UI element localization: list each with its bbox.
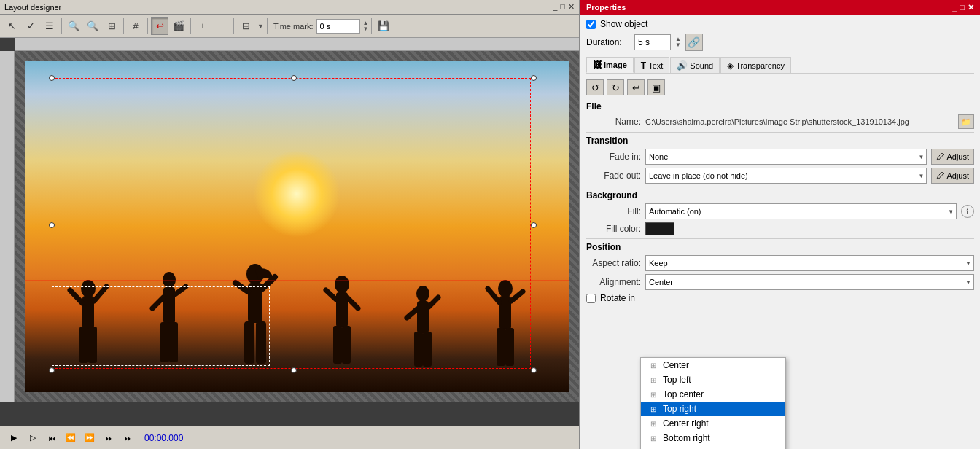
prev-btn[interactable]: ⏪ — [63, 430, 79, 446]
dropdown-bottom-right-label: Bottom right — [663, 433, 710, 443]
fade-in-adjust-btn[interactable]: 🖊 Adjust — [931, 149, 974, 165]
properties-panel: Properties _ □ ✕ Show object Duration: ▲… — [580, 0, 980, 449]
rotate-checkbox[interactable] — [586, 294, 596, 303]
end-btn[interactable]: ⏭ — [120, 430, 136, 446]
fill-info-icon[interactable]: ℹ — [961, 205, 974, 218]
handle-tl[interactable] — [49, 75, 55, 81]
tab-text[interactable]: T Text — [634, 57, 670, 73]
restore-btn[interactable]: □ — [560, 2, 565, 12]
dropdown-top-right[interactable]: ⊞ Top right — [641, 402, 785, 416]
inner-dashed-box — [52, 286, 269, 366]
file-name-label: Name: — [586, 117, 641, 127]
remove-btn[interactable]: − — [213, 17, 230, 35]
duration-input[interactable] — [634, 34, 671, 50]
handle-mr[interactable] — [531, 222, 537, 228]
sep7 — [371, 18, 372, 34]
handle-ml[interactable] — [49, 222, 55, 228]
layout-designer-title: Layout designer — [4, 3, 61, 12]
fade-out-select[interactable]: Leave in place (do not hide) Fade None — [645, 168, 927, 184]
grid-btn[interactable]: # — [127, 17, 144, 35]
fill-row: Fill: Automatic (on) Off Stretch ℹ — [586, 203, 974, 219]
dropdown-top-center[interactable]: ⊞ Top center — [641, 387, 785, 402]
alignment-select[interactable]: Center Top left Top center Top right Cen… — [645, 274, 974, 290]
layers-btn[interactable]: ☰ — [41, 17, 58, 35]
show-object-checkbox[interactable] — [586, 20, 596, 29]
person4-silhouette — [320, 272, 364, 392]
time-spin-down[interactable]: ▼ — [363, 26, 369, 32]
zoom-in-btn[interactable]: 🔍 — [65, 17, 82, 35]
props-close-btn[interactable]: ✕ — [968, 3, 974, 12]
fade-out-select-wrapper: Leave in place (do not hide) Fade None — [645, 168, 927, 184]
file-browse-btn[interactable]: 📁 — [958, 114, 974, 129]
fill-color-swatch[interactable] — [645, 222, 674, 235]
duration-row: Duration: ▲ ▼ 🔗 — [586, 34, 974, 51]
rotate-cw-btn[interactable]: ↻ — [607, 79, 624, 95]
zoom-out-btn[interactable]: 🔍 — [84, 17, 101, 35]
time-spinners: ▲ ▼ — [363, 20, 369, 32]
fade-out-adjust-btn[interactable]: 🖊 Adjust — [931, 168, 974, 184]
top-center-icon: ⊞ — [648, 391, 658, 399]
dropdown-center[interactable]: ⊞ Center — [641, 358, 785, 372]
next-frame-btn[interactable]: ⏭ — [101, 430, 117, 446]
aspect-ratio-select[interactable]: Keep Stretch Free — [645, 255, 974, 271]
add-btn[interactable]: + — [194, 17, 211, 35]
tabs-row: 🖼 Image T Text 🔊 Sound ◈ Transparency — [586, 57, 974, 74]
props-restore-btn[interactable]: □ — [960, 3, 965, 12]
divider1 — [586, 132, 974, 133]
align-btn[interactable]: ⊟ — [237, 17, 254, 35]
select-tool-btn[interactable]: ↖ — [3, 17, 20, 35]
fade-in-select[interactable]: None Fade Dissolve — [645, 149, 927, 165]
props-minimize-btn[interactable]: _ — [952, 3, 957, 12]
dropdown-top-left[interactable]: ⊞ Top left — [641, 372, 785, 387]
rotate-ccw-btn[interactable]: ↺ — [586, 79, 604, 95]
curve-btn[interactable]: ↩ — [627, 79, 645, 95]
handle-bl[interactable] — [49, 367, 55, 373]
link-duration-btn[interactable]: 🔗 — [685, 34, 703, 51]
tab-transparency-label: Transparency — [736, 61, 785, 70]
tab-image[interactable]: 🖼 Image — [586, 57, 634, 73]
zoom-fit-btn[interactable]: ⊞ — [103, 17, 120, 35]
sep3 — [147, 18, 148, 34]
minimize-btn[interactable]: _ — [553, 2, 557, 12]
dropdown-center-right[interactable]: ⊞ Center right — [641, 416, 785, 431]
dropdown-bottom-right[interactable]: ⊞ Bottom right — [641, 431, 785, 445]
alignment-label: Alignment: — [586, 277, 641, 287]
time-mark-input[interactable] — [316, 19, 360, 34]
svg-rect-29 — [423, 332, 432, 367]
save-btn[interactable]: 💾 — [375, 17, 392, 35]
play-alt-btn[interactable]: ▷ — [25, 430, 41, 446]
tab-transparency[interactable]: ◈ Transparency — [720, 57, 791, 73]
fill-color-row: Fill color: — [586, 222, 974, 235]
fill-select[interactable]: Automatic (on) Off Stretch — [645, 203, 957, 219]
rotate-btn[interactable]: ↩ — [151, 17, 168, 35]
dropdown-bottom-center[interactable]: ⊞ Bottom center — [641, 445, 785, 449]
video-icon-btn[interactable]: ▣ — [648, 79, 665, 95]
handle-bc[interactable] — [291, 367, 297, 373]
video-btn[interactable]: 🎬 — [170, 17, 187, 35]
next-btn[interactable]: ⏩ — [82, 430, 98, 446]
tab-sound-label: Sound — [690, 61, 713, 70]
file-name-row: Name: C:\Users\shaima.pereira\Pictures\I… — [586, 114, 974, 129]
background-section-header: Background — [586, 190, 974, 200]
fade-in-row: Fade in: None Fade Dissolve 🖊 Adjust — [586, 149, 974, 165]
file-section-header: File — [586, 101, 974, 112]
handle-tr[interactable] — [531, 75, 537, 81]
close-btn[interactable]: ✕ — [568, 2, 575, 12]
handle-tc[interactable] — [291, 75, 297, 81]
prev-frame-btn[interactable]: ⏮ — [44, 430, 60, 446]
tab-text-label: Text — [648, 61, 663, 70]
checkmark-btn[interactable]: ✓ — [22, 17, 39, 35]
designer-toolbar: ↖ ✓ ☰ 🔍 🔍 ⊞ # ↩ 🎬 + − ⊟ ▼ Time mark: ▲ ▼… — [0, 15, 579, 38]
person5-silhouette — [403, 283, 443, 392]
file-name-value: C:\Users\shaima.pereira\Pictures\Image S… — [645, 117, 954, 126]
tab-sound[interactable]: 🔊 Sound — [670, 57, 720, 73]
align-dropdown-btn[interactable]: ▼ — [257, 23, 264, 30]
top-right-icon: ⊞ — [648, 405, 658, 413]
handle-br[interactable] — [531, 367, 537, 373]
play-btn[interactable]: ▶ — [6, 430, 22, 446]
canvas-viewport — [15, 51, 579, 402]
svg-rect-34 — [497, 328, 505, 366]
svg-point-18 — [335, 276, 349, 293]
canvas-inner[interactable] — [25, 61, 569, 392]
duration-spin-down[interactable]: ▼ — [675, 42, 681, 48]
